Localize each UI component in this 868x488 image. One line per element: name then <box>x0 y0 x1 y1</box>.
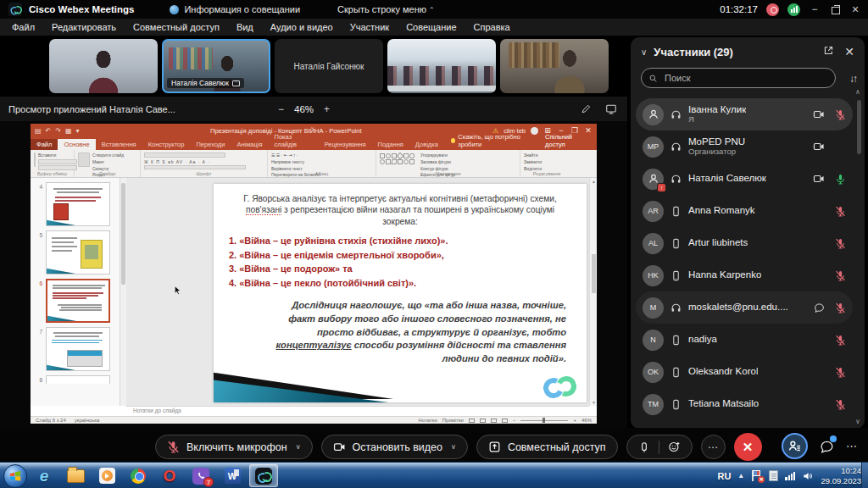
recording-indicator-icon[interactable] <box>766 3 779 16</box>
action-center-flag-icon[interactable]: ✕ <box>751 470 762 481</box>
ribbon-group-paragraph[interactable]: ☰ ☰ · ⇤ ⇥ ↕ · Напрямок тексту Вирівняти … <box>268 150 376 177</box>
participant-row[interactable]: N nadiya <box>636 324 853 356</box>
participants-search[interactable] <box>641 68 836 88</box>
mic-muted-icon[interactable] <box>835 367 846 378</box>
mic-muted-icon[interactable] <box>835 335 846 346</box>
taskbar-internet-explorer[interactable]: e <box>30 464 58 487</box>
chevron-down-icon[interactable]: ∨ <box>296 443 301 451</box>
taskbar-file-explorer[interactable] <box>61 464 90 487</box>
taskbar-word[interactable]: W <box>218 464 247 487</box>
notes-area[interactable]: Нотатки до слайда <box>126 406 589 416</box>
participant-row[interactable]: TM Tetiana Matsailo <box>636 388 853 420</box>
chat-toggle-button[interactable] <box>820 438 834 453</box>
video-tile-no-camera[interactable]: Наталія Гайсонюк <box>275 39 383 93</box>
zoom-in-button[interactable]: + <box>324 103 330 115</box>
zoom-in-button[interactable]: + <box>573 418 576 423</box>
menu-share[interactable]: Совместный доступ <box>125 22 228 32</box>
record-reactions-group[interactable] <box>626 435 693 459</box>
mic-muted-icon[interactable] <box>835 302 846 313</box>
slide-thumb-5[interactable]: 5 <box>36 230 116 274</box>
tab-file[interactable]: Файл <box>31 139 58 150</box>
comments-toggle[interactable]: Примітки <box>442 418 464 423</box>
ribbon-group-drawing[interactable]: Упорядкувати Заливка фігури Контур фігур… <box>376 150 520 177</box>
zoom-slider[interactable] <box>520 420 568 421</box>
chevron-down-icon[interactable]: ∨ <box>451 443 456 451</box>
popout-panel-icon[interactable] <box>823 45 834 56</box>
participant-row[interactable]: Іванна КуликЯ <box>636 98 853 130</box>
taskbar-clock[interactable]: 10:24 29.09.2023 <box>821 466 861 485</box>
video-tile-active-speaker[interactable]: Наталія Савелюк <box>162 39 270 93</box>
camera-on-icon[interactable] <box>813 108 825 120</box>
share-content-button[interactable]: Совместный доступ <box>476 435 618 459</box>
unmute-button[interactable]: Включить микрофон ∨ <box>155 435 313 459</box>
participants-scrollbar[interactable]: ∧ ∨ <box>857 100 861 420</box>
minimize-button[interactable] <box>809 3 821 15</box>
ribbon-group-editing[interactable]: Знайти Замінити Виділити Редагування <box>520 150 573 177</box>
taskbar-viber[interactable]: 7 <box>186 464 215 487</box>
tab-insert[interactable]: Вставлення <box>96 139 142 150</box>
menu-participant[interactable]: Участник <box>342 22 398 32</box>
participant-row[interactable]: AR Anna Romanyk <box>636 195 853 227</box>
meeting-info-button[interactable]: Информация о совещании <box>170 4 300 14</box>
chat-icon[interactable] <box>814 302 825 313</box>
reading-view-icon[interactable] <box>491 419 497 423</box>
menu-help[interactable]: Справка <box>465 22 519 32</box>
zoom-out-button[interactable]: − <box>513 418 516 423</box>
mic-muted-icon[interactable] <box>835 399 846 410</box>
ribbon-group-font[interactable]: Ж К П S ab AV · Aa · A · Шрифт <box>141 150 268 177</box>
menu-meeting[interactable]: Совещание <box>398 22 465 32</box>
mic-muted-icon[interactable] <box>835 270 846 281</box>
scroll-down-icon[interactable]: ∨ <box>855 418 860 425</box>
mic-muted-icon[interactable] <box>835 206 846 217</box>
taskbar-opera[interactable]: O <box>155 464 184 487</box>
start-button[interactable] <box>3 464 27 488</box>
ppt-share-button[interactable]: Спільний доступ <box>538 131 597 150</box>
participant-row[interactable]: M moskalets@pnu.edu.... <box>636 291 853 324</box>
slideshow-view-icon[interactable] <box>502 419 508 423</box>
slide-thumb-8[interactable]: 8 <box>36 375 116 384</box>
ribbon-group-slides[interactable]: Створити слайд Макет Скинути Розділ Слай… <box>75 150 141 177</box>
sorter-view-icon[interactable] <box>480 419 486 423</box>
network-signal-icon[interactable] <box>785 472 795 480</box>
redo-icon[interactable]: ↷ <box>55 127 61 135</box>
language-indicator[interactable]: українська <box>75 418 100 423</box>
slide-thumb-7[interactable]: 7 <box>36 327 116 371</box>
paste-icon[interactable] <box>34 152 36 167</box>
hidden-icons-chevron[interactable]: ▲ <box>737 472 744 480</box>
close-button[interactable] <box>849 3 861 16</box>
slide-scrollbar[interactable]: ▲▼ <box>589 178 597 406</box>
sort-participants-icon[interactable]: ↓↑ <box>849 73 856 85</box>
panel-options-button[interactable]: ⋯ <box>846 440 858 452</box>
video-tile-5[interactable] <box>500 39 609 93</box>
collapse-chevron-icon[interactable]: ∨ <box>641 47 647 57</box>
annotate-pen-icon[interactable] <box>581 103 592 114</box>
taskbar-chrome[interactable] <box>124 464 153 487</box>
participants-toggle-button[interactable] <box>782 433 808 459</box>
normal-view-icon[interactable] <box>469 419 475 423</box>
slide-thumb-6-selected[interactable]: 6 <box>36 279 116 323</box>
menu-edit[interactable]: Редактировать <box>43 22 125 32</box>
new-slide-icon[interactable] <box>78 152 90 167</box>
participant-row[interactable]: ↑ Наталія Савелюк <box>636 163 853 195</box>
menu-file[interactable]: Файл <box>3 22 43 32</box>
notes-toggle[interactable]: Нотатки <box>419 418 437 423</box>
search-input[interactable] <box>663 72 790 84</box>
participant-row[interactable]: OK Oleksandr Korol <box>636 356 853 388</box>
display-view-icon[interactable] <box>605 103 617 115</box>
current-slide[interactable]: Г. Яворська аналізує та інтерпретує акту… <box>214 184 587 402</box>
leave-meeting-button[interactable]: ✕ <box>734 433 762 461</box>
scroll-up-icon[interactable]: ∧ <box>855 88 860 96</box>
tab-animations[interactable]: Анімація <box>231 139 268 150</box>
undo-icon[interactable]: ↶ <box>46 127 52 135</box>
tab-design[interactable]: Конструктор <box>142 139 191 150</box>
mic-active-icon[interactable] <box>835 174 846 185</box>
mic-muted-icon[interactable] <box>835 109 846 120</box>
record-icon[interactable] <box>638 441 650 453</box>
zoom-out-button[interactable]: − <box>278 103 284 115</box>
hide-menu-button[interactable]: Скрыть строку меню <box>337 4 435 14</box>
ppt-zoom-level[interactable]: 46% <box>581 418 592 423</box>
tab-review[interactable]: Рецензування <box>319 139 372 150</box>
taskbar-media-player[interactable] <box>92 464 121 487</box>
tab-home[interactable]: Основне <box>58 139 95 150</box>
camera-on-icon[interactable] <box>813 141 825 152</box>
